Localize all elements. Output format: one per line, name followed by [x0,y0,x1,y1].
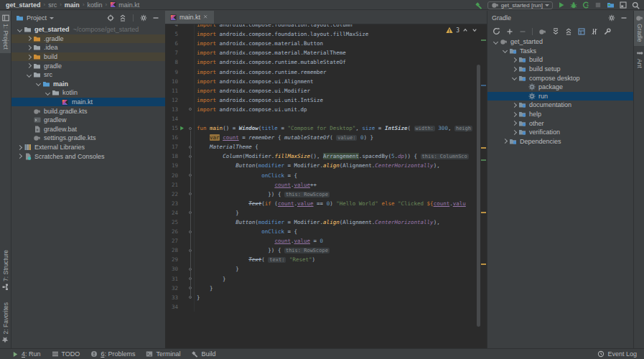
tree-item-kotlin[interactable]: kotlin [11,88,165,98]
chevron-right-icon[interactable] [16,146,23,149]
hide-icon[interactable] [620,14,627,22]
coverage-icon[interactable] [582,1,589,9]
tree-item--gradle[interactable]: .gradle [11,34,165,44]
chevron-right-icon[interactable] [510,131,518,134]
tree-item-other[interactable]: other [487,118,633,128]
play-icon[interactable] [558,1,565,9]
chevron-right-icon[interactable] [501,139,508,143]
tree-item-help[interactable]: help [487,110,633,119]
code-line[interactable]: 19 Button(modifier = Modifier.align(Alig… [165,161,487,170]
editor-scrollbar[interactable] [477,65,480,327]
prev-warning-icon[interactable] [462,27,469,34]
tool-window-button-gradle[interactable]: Gradle [634,11,644,46]
chevron-down-icon[interactable] [510,76,518,80]
chevron-right-icon[interactable] [25,37,32,40]
code-line[interactable]: 22 }) { this: RowScope [165,190,487,199]
tree-item-settings-gradle-kts[interactable]: settings.gradle.kts [11,134,165,143]
code-line[interactable]: 26 onClick = { [165,227,487,236]
chevron-right-icon[interactable] [510,103,518,107]
code-line[interactable]: 30 } [165,264,487,274]
code-line[interactable]: 23 Text(if (count.value == 0) "Hello Wor… [165,199,487,208]
chevron-right-icon[interactable] [510,58,518,62]
locate-icon[interactable] [107,14,114,22]
tree-item-compose-desktop[interactable]: compose desktop [487,73,633,83]
chevron-right-icon[interactable] [25,64,32,67]
code-line[interactable]: 34 [165,302,487,312]
search-icon[interactable] [632,1,640,9]
tree-item-gradle[interactable]: gradle [11,61,165,70]
tree-item-main[interactable]: main [11,80,165,89]
breadcrumb-item[interactable]: main.kt [110,1,139,9]
add-icon[interactable] [505,27,514,36]
run-configuration-select[interactable]: get_started [run] [487,1,553,9]
chevron-down-icon[interactable] [50,17,54,19]
chevron-down-icon[interactable] [34,82,42,85]
tree-item-src[interactable]: src [11,70,165,80]
code-line[interactable]: 6import androidx.compose.material.Button [165,39,487,48]
chevron-right-icon[interactable] [510,67,518,71]
tree-item-package[interactable]: package [487,83,633,92]
gear-icon[interactable] [608,14,615,22]
close-icon[interactable] [203,14,209,20]
chevron-right-icon[interactable] [510,121,518,125]
tool-window-button-2-favorites[interactable]: 2: Favorites [0,299,11,347]
breadcrumb-item[interactable]: get_started [6,1,41,9]
code-line[interactable]: 7import androidx.compose.material.Materi… [165,48,487,57]
code-line[interactable]: 5import androidx.compose.foundation.layo… [165,29,487,39]
tree-item-external-libraries[interactable]: External Libraries [11,143,165,152]
tree-item-tasks[interactable]: Tasks [487,47,633,56]
breadcrumb-item[interactable]: main [65,1,80,9]
chevron-right-icon[interactable] [510,113,518,116]
tree-item-verification[interactable]: verification [487,128,633,137]
elephant-run-icon[interactable] [538,27,547,36]
code-line[interactable]: 20 onClick = { [165,171,487,180]
code-line[interactable]: 11import androidx.compose.ui.Modifier [165,86,487,95]
run-gutter-icon[interactable] [178,126,187,131]
chevron-down-icon[interactable] [44,91,51,95]
code-line[interactable]: 31 } [165,274,487,284]
code-line[interactable]: 32 } [165,284,487,293]
tree-item-get_started[interactable]: get_started~/compose/get_started [11,25,165,34]
tree-item-dependencies[interactable]: Dependencies [487,137,633,146]
chevron-down-icon[interactable] [501,49,508,52]
tree-item-build[interactable]: build [11,52,165,62]
breadcrumb-item[interactable]: kotlin [88,1,103,9]
hammer-icon[interactable] [475,1,482,9]
hide-icon[interactable] [152,14,159,22]
code-line[interactable]: 16 var count = remember { mutableStateOf… [165,133,487,142]
chevron-down-icon[interactable] [25,73,32,77]
collapse-all-icon[interactable] [564,27,573,36]
code-line[interactable]: 15fun main() = Window(title = "Compose f… [165,123,487,133]
code-line[interactable]: 9import androidx.compose.runtime.remembe… [165,67,487,76]
gear-icon[interactable] [140,14,147,22]
code-line[interactable]: 14 [165,114,487,123]
remove-icon[interactable] [518,27,527,36]
wrench-icon[interactable] [602,27,612,36]
status-item-todo[interactable]: TODO [52,350,80,358]
code-line[interactable]: 13import androidx.compose.ui.unit.dp [165,105,487,114]
group-tasks-icon[interactable] [577,27,586,36]
code-line[interactable]: 8import androidx.compose.runtime.mutable… [165,57,487,67]
stop-icon[interactable] [594,1,602,9]
tree-item-gradlew-bat[interactable]: gradlew.bat [11,125,165,134]
expand-all-icon[interactable] [551,27,560,36]
code-line[interactable]: 4import androidx.compose.foundation.layo… [165,24,487,29]
tab-main-kt[interactable]: main.kt [165,11,214,24]
collapse-all-icon[interactable] [119,14,126,22]
tree-item-scratches-and-consoles[interactable]: Scratches and Consoles [11,151,165,161]
inspections-widget[interactable]: 3 [446,27,478,34]
offline-icon[interactable] [589,27,599,36]
tool-window-button-7-structure[interactable]: 7: Structure [0,246,11,294]
code-line[interactable]: 27 count.value = 0 [165,236,487,246]
next-warning-icon[interactable] [472,27,478,34]
code-line[interactable]: 28 }) { this: RowScope [165,246,487,255]
code-line[interactable]: 25 Button(modifier = Modifier.align(Alig… [165,218,487,227]
tree-item-get_started[interactable]: get_started [487,37,633,47]
tree-item--idea[interactable]: .idea [11,43,165,52]
layout-icon[interactable] [620,1,627,9]
chevron-right-icon[interactable] [25,46,32,50]
status-item-4-run[interactable]: 4: Run [12,350,41,358]
event-log-button[interactable]: Event Log [597,350,637,358]
code-line[interactable]: 33} [165,293,487,302]
tool-folder-icon[interactable] [607,1,615,9]
